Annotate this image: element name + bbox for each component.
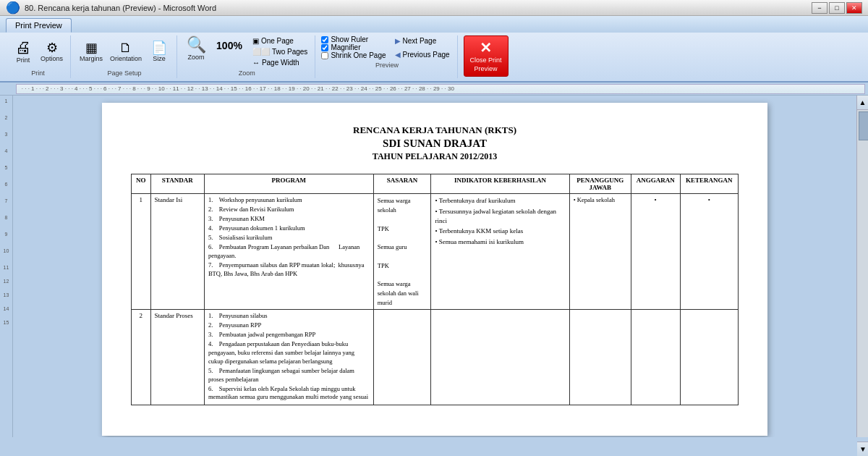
shrink-one-page-label: Shrink One Page	[331, 51, 386, 59]
program-item: 6. Pembuatan Program Layanan perbaikan D…	[208, 243, 370, 261]
prev-page-icon: ◀	[395, 51, 401, 59]
indikator-item: • Terbentuknya KKM setiap kelas	[435, 227, 565, 236]
table-row: 2 Standar Proses 1. Penyusunan silabus 2…	[132, 310, 739, 405]
header-anggaran: ANGGARAN	[631, 174, 680, 194]
indikator-item: • Semua memahami isi kurikulum	[435, 237, 565, 247]
ribbon: Print Preview 🖨 Print ⚙ Options Print ▦	[0, 16, 868, 83]
header-indikator: INDIKATOR KEBERHASILAN	[431, 174, 569, 194]
nav-buttons: ▶ Next Page ◀ Previous Page	[392, 35, 453, 60]
print-buttons: 🖨 Print ⚙ Options	[10, 35, 66, 68]
program-item: 2. Review dan Revisi Kurikulum	[208, 206, 370, 214]
size-label: Size	[153, 55, 166, 62]
cell-indikator-1: • Terbentuknya draf kurikulum • Tersusun…	[431, 194, 569, 310]
ribbon-group-zoom: 🔍 Zoom 100% ▣ One Page ⬜⬜ Two Pages	[179, 35, 315, 78]
one-page-icon: ▣	[252, 37, 259, 45]
options-icon: ⚙	[46, 41, 58, 54]
print-icon: 🖨	[15, 40, 31, 56]
cell-program-2: 1. Penyusunan silabus 2. Penyusunan RPP …	[204, 310, 373, 405]
orientation-button[interactable]: 🗋 Orientation	[107, 40, 145, 64]
cell-indikator-2	[431, 310, 569, 405]
page-width-label: Page Width	[262, 59, 299, 67]
prev-page-button[interactable]: ◀ Previous Page	[392, 49, 453, 60]
horizontal-ruler: · · · 1 · · · 2 · · · 3 · · · 4 · · · 5 …	[16, 84, 865, 94]
header-no: NO	[132, 174, 151, 194]
header-sasaran: SASARAN	[373, 174, 431, 194]
cell-anggaran-1: •	[631, 194, 680, 310]
header-keterangan: KETERANGAN	[680, 174, 738, 194]
cell-keterangan-2	[680, 310, 738, 405]
ruler-area: · · · 1 · · · 2 · · · 3 · · · 4 · · · 5 …	[0, 83, 868, 96]
zoom-percent-button[interactable]: 100%	[212, 35, 247, 56]
margins-button[interactable]: ▦ Margins	[77, 40, 106, 64]
shrink-one-page-checkbox[interactable]	[321, 52, 328, 59]
program-item: 6. Supervisi kelas oleh Kepala Sekolah t…	[208, 385, 370, 402]
orientation-label: Orientation	[110, 55, 142, 62]
page-setup-label: Page Setup	[108, 69, 142, 77]
maximize-button[interactable]: □	[829, 2, 845, 14]
magnifier-checkbox[interactable]	[321, 44, 328, 51]
program-item: 1. Workshop penyusunan kurikulum	[208, 196, 370, 205]
close-print-preview-button[interactable]: ✕ Close PrintPreview	[464, 35, 509, 77]
ruler-marks: · · · 1 · · · 2 · · · 3 · · · 4 · · · 5 …	[22, 85, 454, 92]
program-item: 4. Penyusunan dokumen 1 kurikulum	[208, 224, 370, 233]
zoom-percent-value: 100%	[215, 37, 244, 54]
margins-label: Margins	[80, 55, 103, 62]
cell-no-2: 2	[132, 310, 151, 405]
cell-penanggung-2	[569, 310, 631, 405]
cell-standar-2: Standar Proses	[150, 310, 204, 405]
zoom-icon: 🔍	[187, 37, 206, 53]
next-page-button[interactable]: ▶ Next Page	[392, 35, 453, 46]
two-pages-button[interactable]: ⬜⬜ Two Pages	[250, 46, 310, 57]
two-pages-icon: ⬜⬜	[252, 48, 270, 56]
tab-print-preview[interactable]: Print Preview	[6, 18, 72, 33]
page-setup-buttons: ▦ Margins 🗋 Orientation 📄 Size	[77, 35, 172, 68]
ribbon-group-print: 🖨 Print ⚙ Options Print	[6, 35, 71, 78]
minimize-button[interactable]: −	[812, 2, 827, 14]
show-ruler-checkbox[interactable]	[321, 36, 328, 43]
document-page: RENCANA KERJA TAHUNAN (RKTS) SDI SUNAN D…	[102, 103, 767, 436]
cell-sasaran-1: Semua warga sekolahTPKSemua guruTPKSemua…	[373, 194, 431, 310]
program-item: 2. Penyusunan RPP	[208, 321, 370, 330]
title-bar-left: 🔵 80. Rencana kerja tahunan (Preview) - …	[6, 1, 216, 14]
cell-anggaran-2	[631, 310, 680, 405]
zoom-button[interactable]: 🔍 Zoom	[183, 35, 209, 62]
cell-standar-1: Standar Isi	[150, 194, 204, 310]
word-icon: 🔵	[6, 1, 20, 14]
main-area: 123 456 789 101112 131415 RENCANA KERJA …	[0, 96, 868, 437]
page-area: RENCANA KERJA TAHUNAN (RKTS) SDI SUNAN D…	[13, 96, 856, 437]
shrink-one-page-check[interactable]: Shrink One Page	[321, 51, 386, 59]
scroll-down-button[interactable]: ▼	[857, 442, 868, 456]
size-button[interactable]: 📄 Size	[146, 40, 172, 64]
page-width-icon: ↔	[252, 59, 260, 67]
program-item: 7. Penyempurnaan silabus dan RPP muatan …	[208, 261, 370, 279]
magnifier-check[interactable]: Magnifier	[321, 43, 386, 51]
program-item: 3. Pembuatan jadwal pengembangan RPP	[208, 331, 370, 339]
cell-sasaran-2	[373, 310, 431, 405]
ribbon-group-close: ✕ Close PrintPreview	[459, 35, 513, 78]
ribbon-group-page-setup: ▦ Margins 🗋 Orientation 📄 Size Page Setu…	[72, 35, 177, 78]
main-table: NO STANDAR PROGRAM SASARAN INDIKATOR KEB…	[131, 174, 739, 405]
show-ruler-label: Show Ruler	[331, 35, 368, 43]
window-controls[interactable]: − □ ✕	[812, 2, 862, 14]
vertical-scrollbar[interactable]: ▲ ▼	[856, 96, 868, 437]
scroll-up-button[interactable]: ▲	[857, 96, 868, 110]
show-ruler-check[interactable]: Show Ruler	[321, 35, 386, 43]
one-page-button[interactable]: ▣ One Page	[250, 35, 310, 46]
size-icon: 📄	[151, 41, 167, 54]
close-window-button[interactable]: ✕	[846, 2, 862, 14]
doc-title: RENCANA KERJA TAHUNAN (RKTS)	[131, 124, 739, 136]
doc-school: SDI SUNAN DRAJAT	[131, 138, 739, 150]
cell-no-1: 1	[132, 194, 151, 310]
page-width-button[interactable]: ↔ Page Width	[250, 57, 310, 68]
one-page-label: One Page	[261, 37, 294, 45]
close-x-icon: ✕	[480, 39, 492, 56]
cell-penanggung-1: • Kepala sekolah	[569, 194, 631, 310]
prev-page-label: Previous Page	[403, 51, 450, 59]
cell-keterangan-1: •	[680, 194, 738, 310]
next-page-label: Next Page	[403, 37, 437, 45]
scroll-thumb[interactable]	[859, 111, 868, 140]
options-button[interactable]: ⚙ Options	[38, 40, 66, 64]
title-bar: 🔵 80. Rencana kerja tahunan (Preview) - …	[0, 0, 868, 16]
indikator-item: • Tersusunnya jadwal kegiatan sekolah de…	[435, 207, 565, 225]
print-button[interactable]: 🖨 Print	[10, 38, 36, 65]
